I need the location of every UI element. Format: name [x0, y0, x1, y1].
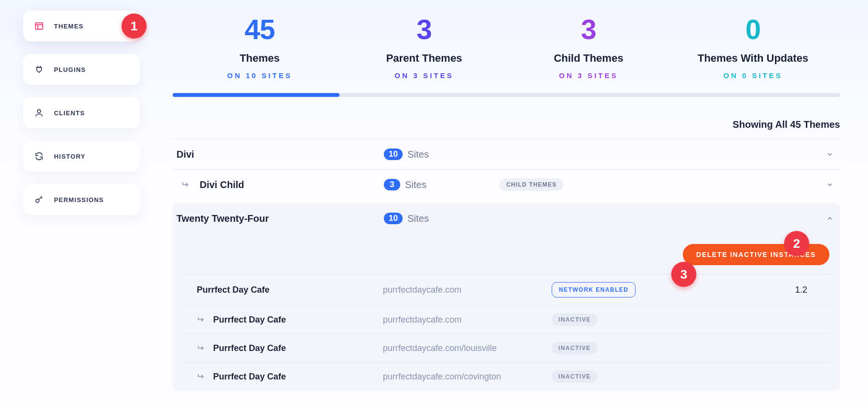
stat-number: 3	[342, 15, 506, 43]
site-status: INACTIVE	[552, 313, 706, 326]
theme-row-divi[interactable]: Divi 10 Sites	[173, 139, 840, 169]
sidebar-item-label: PERMISSIONS	[54, 196, 104, 203]
stat-themes[interactable]: 45 Themes ON 10 SITES	[177, 15, 342, 80]
indent-arrow-icon	[197, 372, 206, 381]
sidebar-item-clients[interactable]: CLIENTS	[23, 97, 140, 128]
stats-row: 45 Themes ON 10 SITES 3 Parent Themes ON…	[173, 5, 840, 80]
sidebar-item-plugins[interactable]: PLUGINS	[23, 54, 140, 85]
svg-point-3	[38, 109, 41, 113]
theme-sites: 10 Sites	[384, 213, 500, 224]
indent-arrow-icon	[181, 180, 191, 189]
stat-subtext: ON 0 SITES	[671, 71, 835, 80]
sites-label: Sites	[407, 149, 429, 160]
sites-label: Sites	[407, 213, 429, 224]
theme-tag-col: CHILD THEMES	[500, 178, 683, 191]
status-network-enabled: NETWORK ENABLED	[552, 282, 636, 297]
site-status: INACTIVE	[552, 342, 706, 354]
stat-updates[interactable]: 0 Themes With Updates ON 0 SITES	[671, 15, 835, 80]
sites-count-pill: 10	[384, 213, 403, 224]
stat-label: Themes With Updates	[671, 52, 835, 65]
stat-label: Child Themes	[506, 52, 671, 65]
theme-name: Divi	[176, 149, 384, 160]
plug-icon	[34, 64, 44, 75]
stat-parent-themes[interactable]: 3 Parent Themes ON 3 SITES	[342, 15, 506, 80]
window-icon	[34, 21, 44, 31]
site-row[interactable]: Purrfect Day Cafe purrfectdaycafe.com/lo…	[181, 334, 831, 362]
sidebar-item-label: THEMES	[54, 23, 83, 30]
status-inactive: INACTIVE	[552, 370, 597, 383]
status-inactive: INACTIVE	[552, 313, 597, 326]
site-row[interactable]: Purrfect Day Cafe purrfectdaycafe.com IN…	[181, 305, 831, 334]
theme-row-divi-child[interactable]: Divi Child 3 Sites CHILD THEMES	[173, 169, 840, 200]
chevron-up-icon[interactable]	[824, 212, 836, 225]
indent-arrow-icon	[197, 315, 206, 324]
stats-tab-underline	[173, 93, 840, 97]
theme-row-twentytwentyfour[interactable]: Twenty Twenty-Four 10 Sites	[173, 203, 840, 233]
site-row[interactable]: Purrfect Day Cafe purrfectdaycafe.com NE…	[181, 274, 831, 305]
chevron-down-icon[interactable]	[824, 178, 836, 191]
theme-sites: 3 Sites	[384, 179, 500, 190]
indent-arrow-icon	[197, 343, 206, 353]
site-name: Purrfect Day Cafe	[185, 372, 383, 382]
sidebar-item-permissions[interactable]: PERMISSIONS	[23, 184, 140, 215]
child-themes-tag: CHILD THEMES	[500, 178, 563, 191]
site-name: Purrfect Day Cafe	[185, 285, 383, 295]
chevron-down-icon[interactable]	[824, 148, 836, 161]
stat-label: Themes	[177, 52, 342, 65]
stat-number: 0	[671, 15, 835, 43]
sites-count-pill: 10	[384, 148, 403, 160]
sites-label: Sites	[405, 179, 426, 190]
callout-badge-3: 3	[671, 262, 696, 287]
stat-label: Parent Themes	[342, 52, 506, 65]
site-url: purrfectdaycafe.com	[383, 285, 552, 295]
status-inactive: INACTIVE	[552, 342, 597, 354]
theme-name: Divi Child	[176, 179, 384, 190]
svg-point-4	[36, 199, 39, 202]
theme-sites: 10 Sites	[384, 148, 500, 160]
callout-badge-2: 2	[784, 231, 809, 256]
stat-child-themes[interactable]: 3 Child Themes ON 3 SITES	[506, 15, 671, 80]
theme-name: Twenty Twenty-Four	[176, 213, 384, 224]
site-url: purrfectdaycafe.com/covington	[383, 372, 552, 382]
sidebar-item-history[interactable]: HISTORY	[23, 141, 140, 172]
site-name: Purrfect Day Cafe	[185, 315, 383, 325]
sidebar: THEMES PLUGINS CLIENTS HISTORY PERMISSIO…	[0, 0, 159, 405]
svg-rect-0	[36, 23, 43, 29]
sidebar-item-label: PLUGINS	[54, 66, 86, 73]
main-content: 45 Themes ON 10 SITES 3 Parent Themes ON…	[159, 0, 868, 405]
site-url: purrfectdaycafe.com/louisville	[383, 343, 552, 353]
sites-count-pill: 3	[384, 179, 400, 190]
stats-tab-underline-active	[173, 93, 339, 97]
user-icon	[34, 108, 44, 118]
theme-expanded-body: DELETE INACTIVE INSTANCES Purrfect Day C…	[173, 233, 840, 391]
callout-badge-1: 1	[122, 14, 147, 39]
key-icon	[34, 194, 44, 205]
site-name: Purrfect Day Cafe	[185, 343, 383, 353]
stat-number: 3	[506, 15, 671, 43]
refresh-icon	[34, 151, 44, 162]
stat-subtext: ON 10 SITES	[177, 71, 342, 80]
sidebar-item-label: CLIENTS	[54, 109, 85, 117]
stat-number: 45	[177, 15, 342, 43]
site-url: purrfectdaycafe.com	[383, 315, 552, 325]
sidebar-item-label: HISTORY	[54, 153, 85, 160]
site-row[interactable]: Purrfect Day Cafe purrfectdaycafe.com/co…	[181, 362, 831, 391]
stat-subtext: ON 3 SITES	[506, 71, 671, 80]
site-version: 1.2	[706, 285, 827, 295]
themes-list: Divi 10 Sites Divi Child	[173, 139, 840, 391]
site-status: INACTIVE	[552, 370, 706, 383]
stat-subtext: ON 3 SITES	[342, 71, 506, 80]
showing-count-text: Showing All 45 Themes	[173, 119, 840, 130]
